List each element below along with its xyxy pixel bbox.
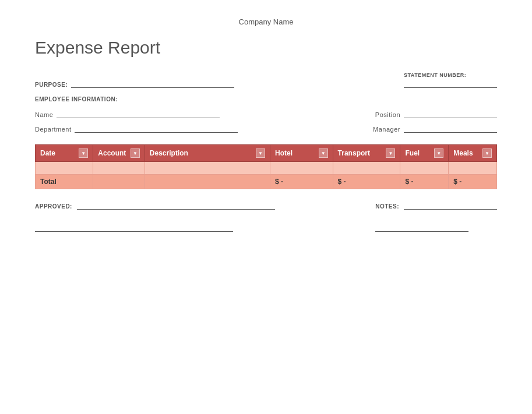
page: Company Name Expense Report PURPOSE: STA… xyxy=(0,0,532,414)
purpose-field-group: PURPOSE: xyxy=(35,79,234,88)
table-header-row: Date ▼ Account ▼ Description ▼ xyxy=(36,145,497,162)
department-label: Department xyxy=(35,126,71,133)
total-meals: $ - xyxy=(449,175,497,189)
total-hotel: $ - xyxy=(270,175,333,189)
approved-field: APPROVED: xyxy=(35,201,275,210)
purpose-label: PURPOSE: xyxy=(35,82,68,88)
notes-field: NOTES: xyxy=(375,201,497,210)
company-name-text: Company Name xyxy=(239,17,294,26)
name-field-group: Name xyxy=(35,109,220,118)
transport-dropdown-icon[interactable]: ▼ xyxy=(386,148,395,158)
cell-fuel xyxy=(400,162,449,175)
total-description xyxy=(145,175,270,189)
approved-label: APPROVED: xyxy=(35,203,72,210)
col-account: Account ▼ xyxy=(93,145,145,162)
position-input[interactable] xyxy=(404,109,497,118)
manager-field-group: Manager xyxy=(373,124,497,133)
expense-table: Date ▼ Account ▼ Description ▼ xyxy=(35,144,497,189)
employee-info-section: EMPLOYEE INFORMATION: Name Position Depa… xyxy=(35,96,497,133)
hotel-dropdown-icon[interactable]: ▼ xyxy=(319,148,328,158)
total-label: Total xyxy=(36,175,93,189)
col-date: Date ▼ xyxy=(36,145,93,162)
col-hotel: Hotel ▼ xyxy=(270,145,333,162)
name-position-row: Name Position xyxy=(35,109,497,118)
notes-line2-input[interactable] xyxy=(375,223,468,232)
purpose-input[interactable] xyxy=(71,79,234,88)
cell-description xyxy=(145,162,270,175)
position-field-group: Position xyxy=(375,109,497,118)
col-description: Description ▼ xyxy=(145,145,270,162)
col-meals: Meals ▼ xyxy=(449,145,497,162)
footer-left: APPROVED: xyxy=(35,201,275,232)
notes-label: NOTES: xyxy=(375,203,399,210)
approved-input[interactable] xyxy=(77,201,275,210)
manager-label: Manager xyxy=(373,126,400,133)
total-transport: $ - xyxy=(333,175,400,189)
company-name: Company Name xyxy=(35,17,497,26)
report-title: Expense Report xyxy=(35,38,497,58)
employee-info-label: EMPLOYEE INFORMATION: xyxy=(35,96,497,102)
footer-right: NOTES: xyxy=(375,201,497,232)
position-label: Position xyxy=(375,111,400,118)
account-dropdown-icon[interactable]: ▼ xyxy=(131,148,140,158)
total-row: Total $ - $ - $ - xyxy=(36,175,497,189)
approved-line-2 xyxy=(35,221,275,232)
name-input[interactable] xyxy=(57,109,220,118)
cell-hotel xyxy=(270,162,333,175)
description-dropdown-icon[interactable]: ▼ xyxy=(256,148,265,158)
footer-section: APPROVED: NOTES: xyxy=(35,201,497,232)
col-fuel: Fuel ▼ xyxy=(400,145,449,162)
total-account xyxy=(93,175,145,189)
meals-dropdown-icon[interactable]: ▼ xyxy=(482,148,492,158)
table-row xyxy=(36,162,497,175)
date-dropdown-icon[interactable]: ▼ xyxy=(79,148,88,158)
cell-account xyxy=(93,162,145,175)
cell-meals xyxy=(449,162,497,175)
col-transport: Transport ▼ xyxy=(333,145,400,162)
notes-line-2 xyxy=(375,221,497,232)
statement-number-input[interactable] xyxy=(404,79,497,88)
name-label: Name xyxy=(35,111,53,118)
purpose-row: PURPOSE: STATEMENT NUMBER: xyxy=(35,72,497,88)
cell-transport xyxy=(333,162,400,175)
fuel-dropdown-icon[interactable]: ▼ xyxy=(434,148,443,158)
statement-number-field-group: STATEMENT NUMBER: xyxy=(404,72,497,88)
department-field-group: Department xyxy=(35,124,238,133)
approved-line2-input[interactable] xyxy=(35,223,233,232)
notes-input[interactable] xyxy=(404,201,497,210)
statement-number-label: STATEMENT NUMBER: xyxy=(404,72,466,78)
department-input[interactable] xyxy=(75,124,238,133)
dept-manager-row: Department Manager xyxy=(35,124,497,133)
total-fuel: $ - xyxy=(400,175,449,189)
manager-input[interactable] xyxy=(404,124,497,133)
cell-date xyxy=(36,162,93,175)
